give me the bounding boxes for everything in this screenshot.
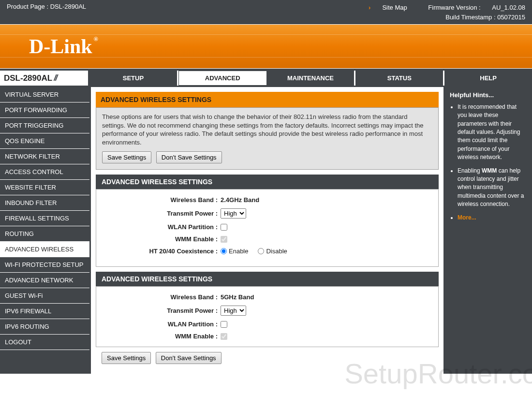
sidebar-item-port-triggering[interactable]: PORT TRIGGERING xyxy=(0,118,89,133)
product-page: Product Page : DSL-2890AL xyxy=(7,3,86,21)
intro-text: These options are for users that wish to… xyxy=(102,113,432,146)
wmm-enable-5-checkbox[interactable] xyxy=(221,333,227,340)
section-header-5: ADVANCED WIRELESS SETTINGS xyxy=(96,272,439,286)
sidebar-item-website-filter[interactable]: WEBSITE FILTER xyxy=(0,180,89,195)
brand-banner: D-Link® xyxy=(0,24,532,69)
ht-disable-radio[interactable] xyxy=(258,248,264,254)
sidebar-item-routing[interactable]: ROUTING xyxy=(0,226,89,242)
label-wlan-24: WLAN Partition : xyxy=(102,223,221,231)
wlan-partition-5-checkbox[interactable] xyxy=(221,321,227,328)
help-hint-1: It is recommended that you leave these p… xyxy=(458,103,527,162)
top-bar: Product Page : DSL-2890AL ›Site Map Firm… xyxy=(0,0,532,24)
sidebar-item-advanced-wireless[interactable]: ADVANCED WIRELESS xyxy=(0,242,89,257)
dont-save-settings-button[interactable]: Don't Save Settings xyxy=(156,151,222,163)
intro-box: These options are for users that wish to… xyxy=(96,107,439,170)
wlan-partition-24-checkbox[interactable] xyxy=(221,224,227,231)
product-page-value: DSL-2890AL xyxy=(50,3,86,10)
ht-enable-radio[interactable] xyxy=(221,248,227,254)
sidebar-item-advanced-network[interactable]: ADVANCED NETWORK xyxy=(0,273,89,288)
value-band-24: 2.4GHz Band xyxy=(221,196,259,204)
tab-advanced[interactable]: ADVANCED xyxy=(178,71,267,86)
footer-buttons: Save Settings Don't Save Settings xyxy=(96,347,439,369)
sidebar: VIRTUAL SERVER PORT FORWARDING PORT TRIG… xyxy=(0,87,89,374)
tab-setup[interactable]: SETUP xyxy=(89,71,178,86)
sidebar-item-firewall-settings[interactable]: FIREWALL SETTINGS xyxy=(0,211,89,226)
product-page-label: Product Page : xyxy=(7,3,50,10)
sidebar-item-inbound-filter[interactable]: INBOUND FILTER xyxy=(0,195,89,211)
help-header: Helpful Hints... xyxy=(450,91,527,100)
sidebar-item-qos-engine[interactable]: QOS ENGINE xyxy=(0,133,89,149)
site-map-link[interactable]: ›Site Map xyxy=(359,4,407,11)
help-more-link[interactable]: More... xyxy=(458,214,476,221)
label-band-5: Wireless Band : xyxy=(102,293,221,301)
ht-disable-label[interactable]: Disable xyxy=(258,248,287,255)
transmit-power-5-select[interactable]: High xyxy=(221,306,246,316)
sidebar-item-network-filter[interactable]: NETWORK FILTER xyxy=(0,149,89,164)
dlink-logo: D-Link® xyxy=(29,35,92,58)
help-hint-2: Enabling WMM can help control latency an… xyxy=(458,167,527,209)
main-content: ADVANCED WIRELESS SETTINGS These options… xyxy=(89,87,445,374)
label-band-24: Wireless Band : xyxy=(102,196,221,204)
tab-help[interactable]: HELP xyxy=(444,71,532,86)
model-label: DSL-2890AL// xyxy=(0,71,89,86)
save-settings-button[interactable]: Save Settings xyxy=(102,151,151,163)
sidebar-item-wifi-protected-setup[interactable]: WI-FI PROTECTED SETUP xyxy=(0,257,89,273)
sidebar-item-access-control[interactable]: ACCESS CONTROL xyxy=(0,164,89,180)
page-title: ADVANCED WIRELESS SETTINGS xyxy=(96,92,439,107)
help-sidebar: Helpful Hints... It is recommended that … xyxy=(445,87,532,374)
sidebar-item-guest-wifi[interactable]: GUEST Wi-Fi xyxy=(0,288,89,304)
sidebar-item-virtual-server[interactable]: VIRTUAL SERVER xyxy=(0,87,89,102)
tab-maintenance[interactable]: MAINTENANCE xyxy=(267,71,356,86)
topbar-right: ›Site Map Firmware Version : AU_1.02.08 … xyxy=(359,3,525,21)
dont-save-settings-button-footer[interactable]: Don't Save Settings xyxy=(156,352,222,364)
label-ht-24: HT 20/40 Coexistence : xyxy=(102,248,221,255)
transmit-power-24-select[interactable]: High xyxy=(221,208,246,219)
label-power-5: Transmit Power : xyxy=(102,307,221,314)
label-wlan-5: WLAN Partition : xyxy=(102,321,221,328)
save-settings-button-footer[interactable]: Save Settings xyxy=(102,352,151,364)
value-band-5: 5GHz Band xyxy=(221,293,254,301)
section-header-24: ADVANCED WIRELESS SETTINGS xyxy=(96,175,439,189)
label-wmm-5: WMM Enable : xyxy=(102,333,221,340)
sidebar-item-logout[interactable]: LOGOUT xyxy=(0,335,89,350)
firmware-version: Firmware Version : AU_1.02.08 xyxy=(418,4,525,11)
wmm-enable-24-checkbox[interactable] xyxy=(221,236,227,243)
main-nav: DSL-2890AL// SETUP ADVANCED MAINTENANCE … xyxy=(0,69,532,87)
label-wmm-24: WMM Enable : xyxy=(102,235,221,243)
ht-enable-label[interactable]: Enable xyxy=(221,248,248,255)
tab-status[interactable]: STATUS xyxy=(355,71,444,86)
sidebar-item-ipv6-firewall[interactable]: IPV6 FIREWALL xyxy=(0,304,89,319)
build-timestamp: Build Timestamp : 05072015 xyxy=(359,13,525,22)
label-power-24: Transmit Power : xyxy=(102,210,221,217)
sidebar-item-port-forwarding[interactable]: PORT FORWARDING xyxy=(0,102,89,118)
sidebar-item-ipv6-routing[interactable]: IPV6 ROUTING xyxy=(0,319,89,335)
section-body-5: Wireless Band : 5GHz Band Transmit Power… xyxy=(96,286,439,347)
section-body-24: Wireless Band : 2.4GHz Band Transmit Pow… xyxy=(96,189,439,267)
arrow-icon: › xyxy=(369,4,370,11)
